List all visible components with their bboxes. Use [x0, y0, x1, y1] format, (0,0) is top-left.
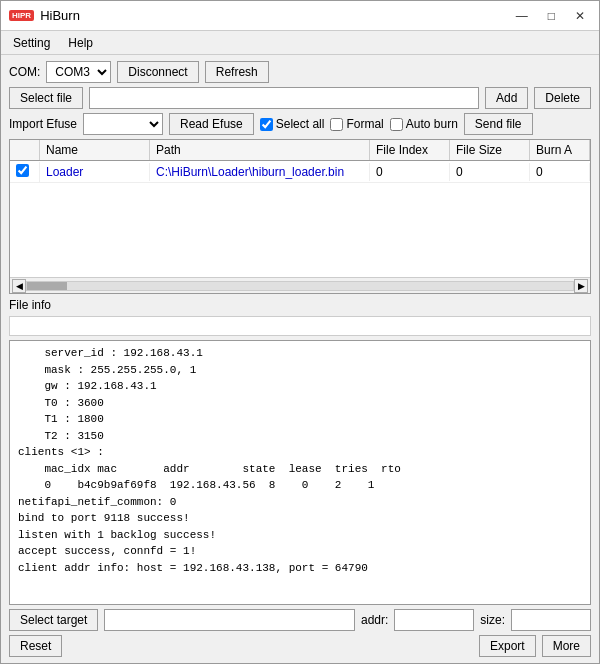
td-index: 0 [370, 163, 450, 181]
menu-help[interactable]: Help [60, 34, 101, 52]
row-checkbox[interactable] [16, 164, 29, 177]
table-body: Loader C:\HiBurn\Loader\hiburn_loader.bi… [10, 161, 590, 277]
efuse-row: Import Efuse Read Efuse Select all Forma… [9, 113, 591, 135]
delete-button[interactable]: Delete [534, 87, 591, 109]
size-input[interactable] [511, 609, 591, 631]
td-check[interactable] [10, 162, 40, 182]
menu-setting[interactable]: Setting [5, 34, 58, 52]
scroll-left-btn[interactable]: ◀ [12, 279, 26, 293]
app-title: HiBurn [40, 8, 80, 23]
refresh-button[interactable]: Refresh [205, 61, 269, 83]
maximize-button[interactable]: □ [542, 7, 561, 25]
td-name: Loader [40, 163, 150, 181]
th-check [10, 140, 40, 160]
read-efuse-button[interactable]: Read Efuse [169, 113, 254, 135]
size-label: size: [480, 613, 505, 627]
addr-input[interactable] [394, 609, 474, 631]
disconnect-button[interactable]: Disconnect [117, 61, 198, 83]
td-burn: 0 [530, 163, 590, 181]
select-all-checkbox[interactable] [260, 118, 273, 131]
addr-label: addr: [361, 613, 388, 627]
td-size: 0 [450, 163, 530, 181]
title-bar: HIPR HiBurn — □ ✕ [1, 1, 599, 31]
com-select[interactable]: COM3 [46, 61, 111, 83]
import-efuse-label: Import Efuse [9, 117, 77, 131]
th-burn: Burn A [530, 140, 590, 160]
td-path: C:\HiBurn\Loader\hiburn_loader.bin [150, 163, 370, 181]
menu-bar: Setting Help [1, 31, 599, 55]
select-target-button[interactable]: Select target [9, 609, 98, 631]
th-name: Name [40, 140, 150, 160]
select-file-button[interactable]: Select file [9, 87, 83, 109]
scroll-track[interactable] [26, 281, 574, 291]
scroll-right-btn[interactable]: ▶ [574, 279, 588, 293]
efuse-select[interactable] [83, 113, 163, 135]
scroll-thumb[interactable] [27, 282, 67, 290]
formal-label[interactable]: Formal [330, 117, 383, 131]
content-area: COM: COM3 Disconnect Refresh Select file… [1, 55, 599, 663]
send-file-button[interactable]: Send file [464, 113, 533, 135]
log-container[interactable]: server_id : 192.168.43.1 mask : 255.255.… [9, 340, 591, 605]
formal-text: Formal [346, 117, 383, 131]
file-info-row: File info [9, 298, 591, 312]
bottom-row-2: Reset Export More [9, 635, 591, 657]
app-logo: HIPR [9, 10, 34, 21]
formal-checkbox[interactable] [330, 118, 343, 131]
reset-button[interactable]: Reset [9, 635, 62, 657]
th-size: File Size [450, 140, 530, 160]
horizontal-scrollbar[interactable]: ◀ ▶ [10, 277, 590, 293]
title-controls: — □ ✕ [510, 7, 591, 25]
table-row[interactable]: Loader C:\HiBurn\Loader\hiburn_loader.bi… [10, 161, 590, 183]
com-row: COM: COM3 Disconnect Refresh [9, 61, 591, 83]
com-label: COM: [9, 65, 40, 79]
add-button[interactable]: Add [485, 87, 528, 109]
auto-burn-label[interactable]: Auto burn [390, 117, 458, 131]
title-left: HIPR HiBurn [9, 8, 80, 23]
file-info-box [9, 316, 591, 336]
table-header: Name Path File Index File Size Burn A [10, 140, 590, 161]
export-button[interactable]: Export [479, 635, 536, 657]
file-info-label: File info [9, 298, 51, 312]
bottom-row-1: Select target addr: size: [9, 609, 591, 631]
more-button[interactable]: More [542, 635, 591, 657]
th-index: File Index [370, 140, 450, 160]
auto-burn-text: Auto burn [406, 117, 458, 131]
file-row: Select file Add Delete [9, 87, 591, 109]
target-input[interactable] [104, 609, 355, 631]
file-table: Name Path File Index File Size Burn A Lo… [9, 139, 591, 294]
select-all-text: Select all [276, 117, 325, 131]
minimize-button[interactable]: — [510, 7, 534, 25]
main-window: HIPR HiBurn — □ ✕ Setting Help COM: COM3… [0, 0, 600, 664]
auto-burn-checkbox[interactable] [390, 118, 403, 131]
close-button[interactable]: ✕ [569, 7, 591, 25]
th-path: Path [150, 140, 370, 160]
log-content: server_id : 192.168.43.1 mask : 255.255.… [10, 341, 590, 604]
select-all-label[interactable]: Select all [260, 117, 325, 131]
file-path-input[interactable] [89, 87, 479, 109]
